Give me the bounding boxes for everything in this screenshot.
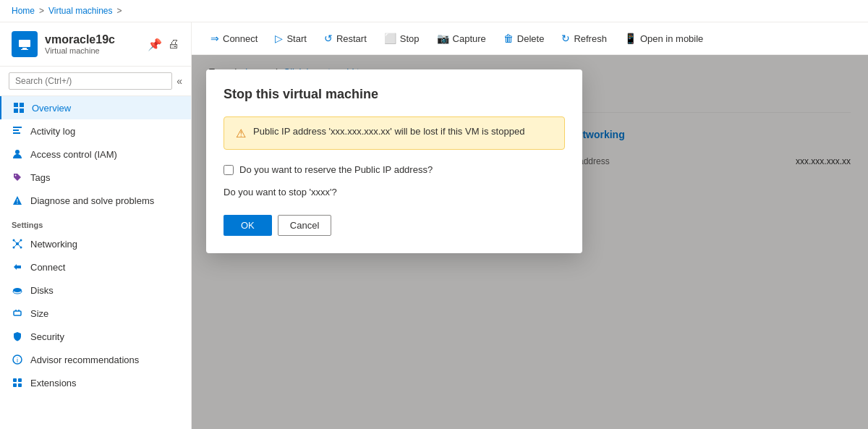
svg-text:i: i <box>17 357 18 364</box>
sidebar-item-iam-label: Access control (IAM) <box>30 149 117 160</box>
capture-button[interactable]: 📷 Capture <box>430 28 493 48</box>
vm-header-actions: 📌 🖨 <box>148 38 179 51</box>
sidebar-item-disks-label: Disks <box>30 285 54 296</box>
sidebar-item-activity-log[interactable]: Activity log <box>0 119 191 143</box>
connect-toolbar-icon: ⇒ <box>210 33 219 44</box>
sidebar: vmoracle19c Virtual machine 📌 🖨 « <box>0 22 192 429</box>
svg-rect-5 <box>14 109 18 113</box>
cancel-button[interactable]: Cancel <box>278 215 331 236</box>
sidebar-item-size[interactable]: Size <box>0 302 191 325</box>
delete-button[interactable]: 🗑 Delete <box>496 28 552 48</box>
svg-line-19 <box>14 240 17 244</box>
open-mobile-button[interactable]: 📱 Open in mobile <box>617 28 710 48</box>
stop-vm-modal: Stop this virtual machine ⚠ Public IP ad… <box>206 69 582 253</box>
sidebar-item-networking-label: Networking <box>30 239 77 250</box>
reserve-ip-checkbox[interactable] <box>224 165 234 175</box>
sidebar-item-advisor[interactable]: i Advisor recommendations <box>0 348 191 371</box>
iam-icon <box>12 148 23 160</box>
start-label: Start <box>286 33 306 44</box>
sidebar-item-diagnose-label: Diagnose and solve problems <box>30 195 154 206</box>
sidebar-item-activity-log-label: Activity log <box>30 126 75 137</box>
svg-rect-31 <box>18 378 22 382</box>
svg-rect-32 <box>13 383 17 387</box>
breadcrumb-vms[interactable]: Virtual machines <box>48 6 113 16</box>
svg-rect-9 <box>13 132 20 134</box>
sidebar-item-networking[interactable]: Networking <box>0 232 191 255</box>
sidebar-item-security[interactable]: Security <box>0 325 191 348</box>
print-icon[interactable]: 🖨 <box>168 38 179 51</box>
svg-rect-1 <box>22 48 27 49</box>
restart-button[interactable]: ↺ Restart <box>317 28 374 48</box>
diagnose-icon <box>12 195 23 206</box>
svg-line-22 <box>17 244 21 247</box>
breadcrumb: Home > Virtual machines > <box>0 0 868 22</box>
ok-button[interactable]: OK <box>224 215 272 236</box>
stop-label: Stop <box>400 33 420 44</box>
svg-point-11 <box>15 175 17 177</box>
warning-box: ⚠ Public IP address 'xxx.xxx.xxx.xx' wil… <box>224 116 565 150</box>
vm-name: vmoracle19c <box>45 33 140 46</box>
sidebar-item-disks[interactable]: Disks <box>0 279 191 302</box>
svg-rect-8 <box>13 129 19 131</box>
sidebar-item-connect[interactable]: Connect <box>0 255 191 279</box>
capture-label: Capture <box>453 33 486 44</box>
stop-icon: ⬜ <box>384 33 396 44</box>
refresh-icon: ↻ <box>561 33 570 44</box>
sidebar-item-connect-label: Connect <box>30 262 65 273</box>
sidebar-item-diagnose[interactable]: Diagnose and solve problems <box>0 189 191 212</box>
advisor-icon: i <box>12 354 23 365</box>
sidebar-item-size-label: Size <box>30 308 48 319</box>
svg-rect-4 <box>20 103 24 107</box>
sidebar-item-tags[interactable]: Tags <box>0 166 191 189</box>
checkbox-label: Do you want to reserve the Public IP add… <box>239 164 433 175</box>
svg-rect-3 <box>14 103 18 107</box>
modal-title: Stop this virtual machine <box>224 87 565 102</box>
delete-icon: 🗑 <box>503 33 514 44</box>
sidebar-item-overview-label: Overview <box>32 103 71 114</box>
breadcrumb-home[interactable]: Home <box>12 6 35 16</box>
restart-label: Restart <box>336 33 367 44</box>
delete-label: Delete <box>517 33 545 44</box>
toolbar: ⇒ Connect ▷ Start ↺ Restart ⬜ Stop 📷 <box>192 22 868 55</box>
modal-overlay: Stop this virtual machine ⚠ Public IP ad… <box>192 55 868 429</box>
sidebar-item-overview[interactable]: Overview <box>0 96 191 119</box>
checkbox-row: Do you want to reserve the Public IP add… <box>224 164 565 175</box>
restart-icon: ↺ <box>324 33 333 44</box>
refresh-button[interactable]: ↻ Refresh <box>554 28 614 48</box>
collapse-button[interactable]: « <box>176 75 182 87</box>
open-mobile-label: Open in mobile <box>640 33 703 44</box>
connect-label: Connect <box>223 33 258 44</box>
pin-icon[interactable]: 📌 <box>148 38 162 51</box>
svg-rect-13 <box>17 203 18 204</box>
security-icon <box>12 331 23 342</box>
stop-button[interactable]: ⬜ Stop <box>377 28 427 48</box>
start-button[interactable]: ▷ Start <box>268 28 313 48</box>
search-input[interactable] <box>9 72 172 90</box>
overview-icon <box>13 102 25 114</box>
content-area: ⇒ Connect ▷ Start ↺ Restart ⬜ Stop 📷 <box>192 22 868 429</box>
warning-text: Public IP address 'xxx.xxx.xxx.xx' will … <box>253 126 524 137</box>
modal-actions: OK Cancel <box>224 215 565 236</box>
svg-rect-0 <box>19 40 30 47</box>
sidebar-item-iam[interactable]: Access control (IAM) <box>0 143 191 166</box>
tags-icon <box>12 171 23 183</box>
sidebar-item-tags-label: Tags <box>30 172 50 183</box>
vm-title-area: vmoracle19c Virtual machine <box>45 33 140 55</box>
sidebar-item-advisor-label: Advisor recommendations <box>30 354 139 365</box>
sidebar-item-extensions[interactable]: Extensions <box>0 371 191 394</box>
capture-icon: 📷 <box>437 33 449 44</box>
activity-log-icon <box>12 125 23 137</box>
vm-header: vmoracle19c Virtual machine 📌 🖨 <box>0 22 191 67</box>
svg-rect-2 <box>21 49 28 50</box>
svg-line-20 <box>17 240 21 244</box>
breadcrumb-sep2: > <box>117 6 122 16</box>
stop-question: Do you want to stop 'xxxx'? <box>224 187 565 197</box>
search-box: « <box>0 67 191 96</box>
connect-icon <box>12 261 23 273</box>
breadcrumb-sep1: > <box>39 6 44 16</box>
nav-list: Overview Activity log Access control (IA… <box>0 96 191 429</box>
svg-line-21 <box>14 244 17 247</box>
warning-icon: ⚠ <box>236 127 246 140</box>
connect-button[interactable]: ⇒ Connect <box>203 28 265 48</box>
settings-section-label: Settings <box>0 212 191 232</box>
